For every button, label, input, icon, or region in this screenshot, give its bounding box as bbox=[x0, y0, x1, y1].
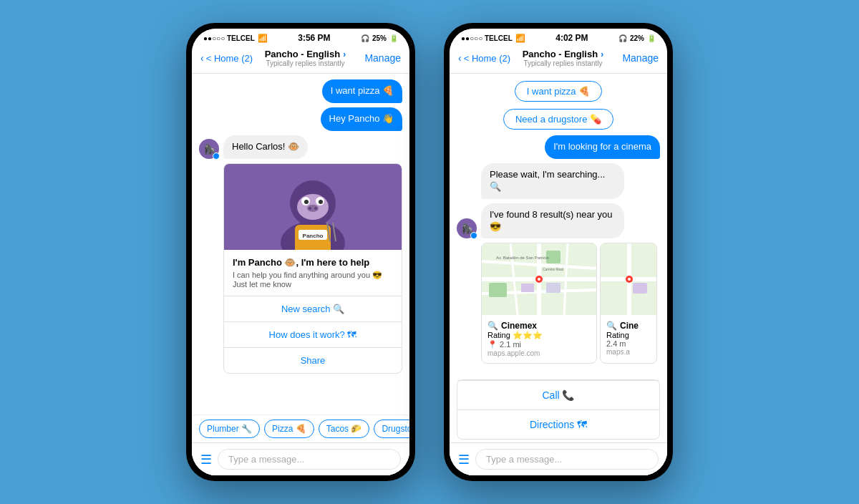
nav-title-main-2: Pancho - English › bbox=[510, 49, 616, 59]
chevron-left-icon-1: ‹ bbox=[200, 52, 204, 64]
card-cinemex-body: 🔍 Cinemex Rating ⭐⭐⭐ 📍 2.1 mi maps.apple… bbox=[482, 315, 596, 363]
quick-reply-pizza[interactable]: Pizza 🍕 bbox=[264, 420, 314, 438]
svg-rect-25 bbox=[521, 284, 534, 292]
card-cine2-map bbox=[601, 243, 656, 315]
status-bar-1: ●●○○○ TELCEL 📶 3:56 PM 🎧 25% 🔋 bbox=[192, 29, 409, 46]
call-btn[interactable]: Call 📞 bbox=[457, 380, 659, 410]
nav-subtitle-1: Typically replies instantly bbox=[253, 59, 358, 67]
card-cine2-title: 🔍 Cine bbox=[606, 321, 651, 331]
card-cinemex-distance: 📍 2.1 mi bbox=[487, 340, 591, 349]
status-left-2: ●●○○○ TELCEL 📶 bbox=[461, 34, 525, 43]
chat-area-1: I want pizza 🍕 Hey Pancho 👋 🦍 Hello Carl… bbox=[192, 74, 409, 475]
headphone-icon-2: 🎧 bbox=[618, 34, 627, 42]
bot-card-desc-2: Just let me know bbox=[233, 280, 393, 289]
card-cine2-link: maps.a bbox=[606, 348, 651, 356]
back-button-2[interactable]: ‹ < Home (2) bbox=[458, 52, 510, 64]
chevron-right-icon-2: › bbox=[601, 49, 603, 59]
card-cine2-rating: Rating bbox=[606, 331, 651, 339]
avatar-1: 🦍 bbox=[199, 139, 219, 159]
nav-bar-1: ‹ < Home (2) Pancho - English › Typicall… bbox=[192, 46, 409, 74]
card-cinemex[interactable]: Av. Batallón de San Patricio Camino Real… bbox=[481, 243, 597, 364]
action-buttons-container: Call 📞 Directions 🗺 bbox=[457, 379, 660, 440]
msg-row-pizza: I want pizza 🍕 bbox=[199, 79, 402, 103]
how-it-works-btn[interactable]: How does it work? 🗺 bbox=[224, 322, 402, 348]
message-input-1[interactable]: Type a message... bbox=[218, 449, 401, 470]
directions-btn[interactable]: Directions 🗺 bbox=[457, 410, 659, 439]
quick-reply-tacos[interactable]: Tacos 🌮 bbox=[319, 420, 370, 438]
suggestion-row-drugstore: Need a drugstore 💊 bbox=[457, 109, 660, 130]
wifi-icon-2: 📶 bbox=[515, 34, 525, 43]
new-search-btn[interactable]: New search 🔍 bbox=[224, 296, 402, 322]
share-btn[interactable]: Share bbox=[224, 348, 402, 373]
msg-row-hello: 🦍 Hello Carlos! 🐵 bbox=[199, 135, 402, 159]
suggestion-row-pizza: I want pizza 🍕 bbox=[457, 81, 660, 102]
quick-reply-drugstore[interactable]: Drugstore bbox=[374, 420, 409, 438]
quick-reply-plumber[interactable]: Plumber 🔧 bbox=[199, 420, 260, 438]
nav-title-2: Pancho - English › Typically replies ins… bbox=[510, 49, 616, 67]
battery-1: 25% bbox=[372, 34, 387, 42]
map-svg-1: Av. Batallón de San Patricio Camino Real bbox=[482, 243, 596, 315]
nav-title-main-1: Pancho - English › bbox=[253, 49, 358, 59]
svg-point-28 bbox=[538, 278, 540, 281]
bot-card-body: I'm Pancho 🐵, I'm here to help I can hel… bbox=[224, 250, 402, 296]
svg-text:Camino Real: Camino Real bbox=[543, 267, 563, 271]
svg-point-36 bbox=[628, 278, 631, 281]
phone-2-screen: ●●○○○ TELCEL 📶 4:02 PM 🎧 22% 🔋 ‹ < Home … bbox=[450, 29, 667, 475]
card-cinemex-link: maps.apple.com bbox=[487, 349, 591, 357]
avatar-2: 🦍 bbox=[457, 218, 477, 238]
card-cine2[interactable]: 🔍 Cine Rating 2.4 m maps.a bbox=[600, 243, 657, 364]
card-cine2-body: 🔍 Cine Rating 2.4 m maps.a bbox=[601, 315, 656, 362]
messenger-badge-2 bbox=[470, 232, 477, 239]
back-label-2: < Home (2) bbox=[464, 53, 510, 64]
svg-point-6 bbox=[304, 200, 309, 204]
battery-2: 22% bbox=[630, 34, 644, 42]
msg-row-hey: Hey Pancho 👋 bbox=[199, 107, 402, 131]
manage-button-2[interactable]: Manage bbox=[616, 52, 659, 64]
svg-point-10 bbox=[314, 207, 317, 210]
battery-area-1: 🎧 25% 🔋 bbox=[361, 34, 398, 42]
card-cine2-distance: 2.4 m bbox=[606, 339, 651, 348]
messages-2: I want pizza 🍕 Need a drugstore 💊 I'm lo… bbox=[450, 74, 667, 379]
chat-name-1: Pancho - English bbox=[265, 49, 340, 59]
chat-area-2: I want pizza 🍕 Need a drugstore 💊 I'm lo… bbox=[450, 74, 667, 475]
bot-illustration: Pancho bbox=[256, 164, 370, 250]
chevron-right-icon-1: › bbox=[343, 49, 346, 59]
chevron-left-icon-2: ‹ bbox=[458, 52, 462, 64]
bot-card-desc-1: I can help you find anything around you … bbox=[233, 271, 393, 280]
svg-point-9 bbox=[309, 207, 311, 210]
magnifier-icon-2: 🔍 bbox=[606, 321, 617, 331]
bubble-hey: Hey Pancho 👋 bbox=[321, 107, 402, 131]
messages-1: I want pizza 🍕 Hey Pancho 👋 🦍 Hello Carl… bbox=[192, 74, 409, 415]
menu-icon-1[interactable]: ☰ bbox=[200, 452, 212, 467]
time-1: 3:56 PM bbox=[298, 33, 330, 43]
bot-card-title: I'm Pancho 🐵, I'm here to help bbox=[233, 257, 393, 268]
battery-area-2: 🎧 22% 🔋 bbox=[618, 34, 656, 42]
chat-name-2: Pancho - English bbox=[523, 49, 598, 59]
cinema-cards: Av. Batallón de San Patricio Camino Real… bbox=[481, 243, 660, 364]
menu-icon-2[interactable]: ☰ bbox=[458, 452, 470, 467]
bubble-results: I've found 8 result(s) near you 😎 bbox=[481, 203, 624, 239]
carrier-2: ●●○○○ TELCEL bbox=[461, 34, 513, 42]
status-left-1: ●●○○○ TELCEL 📶 bbox=[203, 34, 268, 43]
phones-container: ●●○○○ TELCEL 📶 3:56 PM 🎧 25% 🔋 ‹ < Home … bbox=[186, 23, 673, 481]
suggestion-pizza[interactable]: I want pizza 🍕 bbox=[515, 81, 602, 102]
nav-title-1: Pancho - English › Typically replies ins… bbox=[253, 49, 358, 67]
bot-card: Pancho I'm Pancho 🐵, I'm here to help I … bbox=[223, 163, 402, 374]
msg-row-results: 🦍 I've found 8 result(s) near you 😎 bbox=[457, 203, 660, 239]
message-input-2[interactable]: Type a message... bbox=[475, 449, 659, 470]
manage-button-1[interactable]: Manage bbox=[358, 52, 401, 64]
magnifier-icon-1: 🔍 bbox=[487, 321, 498, 331]
suggestion-drugstore[interactable]: Need a drugstore 💊 bbox=[503, 109, 613, 130]
bot-card-actions: New search 🔍 How does it work? 🗺 Share bbox=[224, 296, 402, 373]
back-label-1: < Home (2) bbox=[206, 53, 253, 64]
card-cinemex-title: 🔍 Cinemex bbox=[487, 321, 591, 331]
back-button-1[interactable]: ‹ < Home (2) bbox=[200, 52, 253, 64]
map-svg-2 bbox=[601, 243, 656, 315]
phone-1-screen: ●●○○○ TELCEL 📶 3:56 PM 🎧 25% 🔋 ‹ < Home … bbox=[192, 29, 409, 475]
bubble-pizza: I want pizza 🍕 bbox=[322, 79, 402, 103]
nav-bar-2: ‹ < Home (2) Pancho - English › Typicall… bbox=[450, 46, 667, 74]
bubble-hello: Hello Carlos! 🐵 bbox=[223, 135, 308, 159]
svg-rect-34 bbox=[633, 283, 647, 294]
carrier-1: ●●○○○ TELCEL bbox=[203, 34, 255, 42]
bot-card-header: Pancho bbox=[224, 164, 402, 250]
